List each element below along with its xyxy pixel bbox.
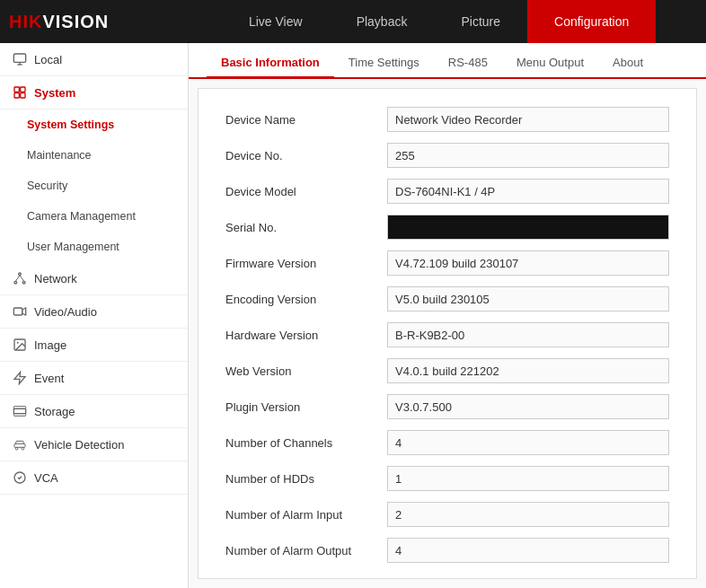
- form-row-device-no: Device No.: [225, 143, 669, 168]
- form-row-device-model: Device Model: [225, 179, 669, 204]
- sidebar-item-vehicle-detection[interactable]: Vehicle Detection: [0, 428, 188, 461]
- logo: HIKVISION: [9, 12, 109, 32]
- sidebar-item-local[interactable]: Local: [0, 43, 188, 76]
- nav-picture[interactable]: Picture: [434, 0, 527, 43]
- sidebar-item-camera-management[interactable]: Camera Management: [0, 201, 188, 232]
- monitor-icon: [13, 52, 27, 66]
- svg-line-11: [20, 276, 24, 282]
- svg-rect-3: [14, 87, 19, 92]
- svg-rect-5: [14, 93, 19, 98]
- label-num-hdds: Number of HDDs: [225, 472, 387, 486]
- video-icon: [13, 304, 27, 319]
- svg-point-7: [19, 273, 22, 276]
- sidebar-label-video-audio: Video/Audio: [34, 305, 97, 319]
- form-row-num-alarm-output: Number of Alarm Output: [225, 538, 669, 563]
- input-num-alarm-input[interactable]: [387, 502, 669, 527]
- vca-icon: [13, 470, 27, 485]
- sidebar-item-network[interactable]: Network: [0, 262, 188, 295]
- input-web-version[interactable]: [387, 358, 669, 383]
- sidebar-item-security[interactable]: Security: [0, 171, 188, 201]
- input-device-model[interactable]: [387, 179, 669, 204]
- sidebar-label-maintenance: Maintenance: [27, 149, 92, 162]
- sidebar-label-local: Local: [34, 53, 62, 66]
- form-row-device-name: Device Name: [225, 107, 669, 132]
- form-row-num-channels: Number of Channels: [225, 430, 669, 455]
- image-icon: [13, 338, 27, 352]
- input-num-channels[interactable]: [387, 430, 669, 455]
- sidebar-label-image: Image: [34, 338, 66, 352]
- input-device-no[interactable]: [387, 143, 669, 168]
- tab-basic-information[interactable]: Basic Information: [207, 48, 334, 79]
- nav-live-view[interactable]: Live View: [222, 0, 330, 43]
- nav-configuration[interactable]: Configuration: [527, 0, 656, 43]
- content-area: Basic Information Time Settings RS-485 M…: [189, 43, 706, 588]
- sidebar-label-network: Network: [34, 272, 77, 285]
- tab-menu-output[interactable]: Menu Output: [502, 48, 598, 79]
- event-icon: [13, 371, 27, 385]
- sidebar-item-user-management[interactable]: User Management: [0, 232, 188, 262]
- sidebar-label-system-settings: System Settings: [27, 118, 114, 131]
- tab-time-settings[interactable]: Time Settings: [334, 48, 434, 79]
- input-num-alarm-output[interactable]: [387, 538, 669, 563]
- svg-rect-0: [13, 54, 25, 62]
- label-num-channels: Number of Channels: [225, 436, 387, 450]
- input-hardware-version[interactable]: [387, 322, 669, 347]
- nav-playback[interactable]: Playback: [330, 0, 435, 43]
- sidebar-label-system: System: [34, 86, 75, 100]
- storage-icon: [13, 404, 27, 418]
- svg-rect-12: [13, 308, 22, 315]
- form-row-web-version: Web Version: [225, 358, 669, 383]
- label-num-alarm-input: Number of Alarm Input: [225, 508, 387, 522]
- sidebar-label-vca: VCA: [34, 471, 58, 485]
- top-navigation: HIKVISION Live View Playback Picture Con…: [0, 0, 706, 43]
- label-encoding-version: Encoding Version: [225, 293, 387, 306]
- sidebar-label-vehicle-detection: Vehicle Detection: [34, 438, 124, 452]
- sidebar-item-event[interactable]: Event: [0, 362, 188, 395]
- system-icon: [13, 85, 27, 100]
- sidebar: Local System System Settings Maintenance…: [0, 43, 189, 588]
- nav-items: Live View Playback Picture Configuration: [181, 0, 697, 43]
- sub-tabs: Basic Information Time Settings RS-485 M…: [189, 43, 706, 79]
- sidebar-item-image[interactable]: Image: [0, 329, 188, 362]
- sidebar-item-vca[interactable]: VCA: [0, 461, 188, 495]
- svg-point-22: [22, 447, 24, 450]
- sidebar-item-maintenance[interactable]: Maintenance: [0, 140, 188, 171]
- form-row-hardware-version: Hardware Version: [225, 322, 669, 347]
- svg-rect-20: [14, 443, 25, 447]
- form-content: Device Name Device No. Device Model Seri…: [198, 88, 697, 579]
- svg-point-8: [14, 281, 17, 284]
- form-row-firmware-version: Firmware Version: [225, 250, 669, 276]
- form-row-num-alarm-input: Number of Alarm Input: [225, 502, 669, 527]
- tab-about[interactable]: About: [598, 48, 657, 79]
- label-hardware-version: Hardware Version: [225, 329, 387, 342]
- sidebar-label-user-management: User Management: [27, 241, 119, 253]
- label-web-version: Web Version: [225, 364, 387, 378]
- vehicle-icon: [13, 437, 27, 452]
- input-plugin-version[interactable]: [387, 394, 669, 419]
- input-num-hdds[interactable]: [387, 466, 669, 491]
- svg-marker-13: [22, 308, 26, 315]
- label-plugin-version: Plugin Version: [225, 400, 387, 414]
- input-encoding-version[interactable]: [387, 286, 669, 312]
- svg-point-15: [17, 342, 19, 344]
- sidebar-item-storage[interactable]: Storage: [0, 395, 188, 428]
- label-firmware-version: Firmware Version: [225, 257, 387, 270]
- label-device-model: Device Model: [225, 185, 387, 198]
- input-device-name[interactable]: [387, 107, 669, 132]
- svg-rect-4: [21, 87, 25, 92]
- network-icon: [13, 271, 27, 285]
- sidebar-item-video-audio[interactable]: Video/Audio: [0, 295, 188, 329]
- sidebar-label-security: Security: [27, 180, 67, 192]
- tab-rs485[interactable]: RS-485: [434, 48, 502, 79]
- label-device-name: Device Name: [225, 113, 387, 127]
- sidebar-item-system-settings[interactable]: System Settings: [0, 110, 188, 140]
- svg-rect-18: [13, 407, 25, 409]
- label-device-no: Device No.: [225, 149, 387, 162]
- sidebar-item-system[interactable]: System: [0, 76, 188, 110]
- svg-point-21: [15, 447, 18, 450]
- sidebar-label-event: Event: [34, 372, 64, 385]
- form-row-encoding-version: Encoding Version: [225, 286, 669, 312]
- label-serial-no: Serial No.: [225, 221, 387, 234]
- svg-rect-16: [13, 408, 25, 413]
- input-firmware-version[interactable]: [387, 250, 669, 276]
